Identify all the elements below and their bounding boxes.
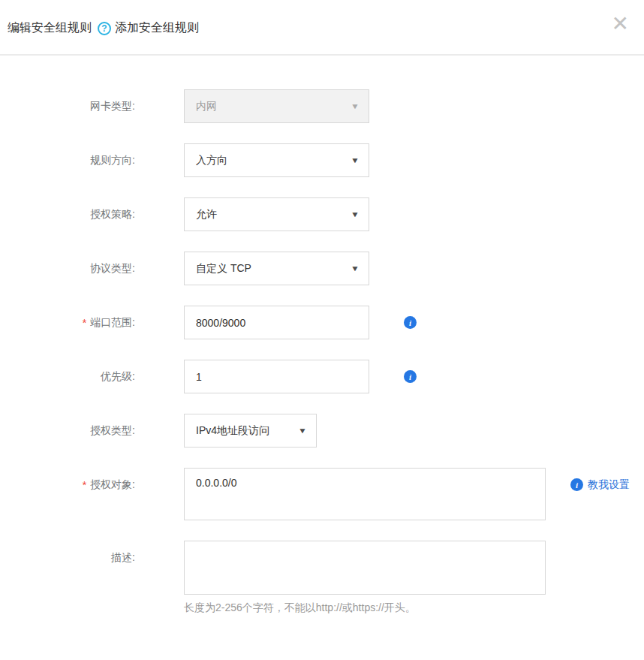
protocol-label: 协议类型: — [0, 262, 135, 276]
info-icon[interactable]: i — [404, 316, 417, 329]
field-description: 描述: 长度为2-256个字符，不能以http://或https://开头。 — [0, 541, 644, 615]
nic-type-select: 内网 ▼ — [184, 89, 369, 123]
dialog-subtitle: 添加安全组规则 — [115, 20, 199, 36]
chevron-down-icon: ▼ — [351, 264, 360, 273]
field-rule-direction: 规则方向: 入方向 ▼ — [0, 143, 644, 177]
rule-direction-value: 入方向 — [196, 154, 227, 167]
page-title: 编辑安全组规则 — [8, 20, 92, 36]
info-icon[interactable]: i — [570, 478, 583, 491]
policy-value: 允许 — [196, 208, 217, 222]
close-icon[interactable]: ✕ — [612, 14, 629, 35]
field-auth-object: * 授权对象: 0.0.0.0/0 i 教我设置 — [0, 468, 644, 520]
auth-type-value: IPv4地址段访问 — [196, 424, 269, 438]
chevron-down-icon: ▼ — [351, 102, 360, 110]
auth-type-label: 授权类型: — [0, 424, 135, 438]
protocol-value: 自定义 TCP — [196, 262, 251, 276]
field-protocol: 协议类型: 自定义 TCP ▼ — [0, 252, 644, 285]
auth-object-textarea[interactable]: 0.0.0.0/0 — [184, 468, 546, 520]
policy-label: 授权策略: — [0, 208, 135, 222]
protocol-select[interactable]: 自定义 TCP ▼ — [184, 252, 369, 285]
port-range-label: * 端口范围: — [0, 316, 135, 330]
auth-object-label: * 授权对象: — [0, 468, 135, 492]
description-label: 描述: — [0, 541, 135, 565]
description-textarea[interactable] — [184, 541, 546, 595]
dialog-header: 编辑安全组规则 ? 添加安全组规则 ✕ — [0, 0, 644, 56]
nic-type-value: 内网 — [196, 100, 217, 113]
nic-type-label: 网卡类型: — [0, 100, 135, 113]
teach-me-setup-link[interactable]: 教我设置 — [588, 478, 630, 492]
port-range-input[interactable] — [184, 306, 369, 339]
priority-input[interactable] — [184, 360, 369, 393]
chevron-down-icon: ▼ — [351, 156, 360, 164]
info-icon[interactable]: i — [404, 370, 417, 383]
field-nic-type: 网卡类型: 内网 ▼ — [0, 89, 644, 123]
help-icon[interactable]: ? — [98, 22, 111, 35]
description-hint: 长度为2-256个字符，不能以http://或https://开头。 — [184, 601, 546, 615]
chevron-down-icon: ▼ — [298, 426, 307, 435]
priority-label: 优先级: — [0, 370, 135, 384]
chevron-down-icon: ▼ — [351, 210, 360, 218]
security-group-rule-form: 网卡类型: 内网 ▼ 规则方向: 入方向 ▼ 授权策略: 允许 ▼ — [0, 56, 644, 615]
field-auth-type: 授权类型: IPv4地址段访问 ▼ — [0, 414, 644, 448]
required-asterisk: * — [83, 317, 86, 329]
field-priority: 优先级: i — [0, 360, 644, 393]
auth-type-select[interactable]: IPv4地址段访问 ▼ — [184, 414, 317, 448]
rule-direction-select[interactable]: 入方向 ▼ — [184, 143, 369, 177]
required-asterisk: * — [83, 479, 86, 491]
field-port-range: * 端口范围: i — [0, 306, 644, 339]
policy-select[interactable]: 允许 ▼ — [184, 197, 369, 231]
field-policy: 授权策略: 允许 ▼ — [0, 197, 644, 231]
rule-direction-label: 规则方向: — [0, 154, 135, 167]
